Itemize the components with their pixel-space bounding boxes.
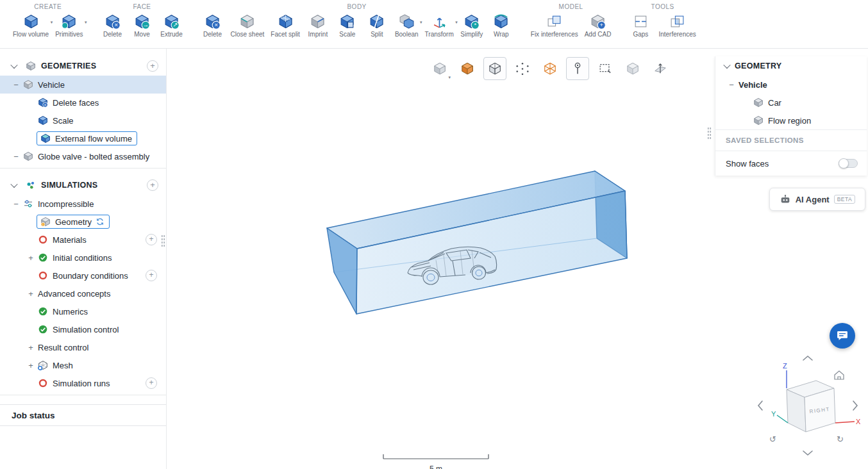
toolbar-facet-split-button[interactable]: Facet split — [267, 12, 303, 38]
toolbar-simplify-button[interactable]: *Simplify — [457, 12, 487, 38]
toolbar-button-label: Facet split — [271, 31, 300, 38]
simulations-item-simulation-runs[interactable]: Simulation runs+ — [0, 374, 166, 392]
geometries-header[interactable]: GEOMETRIES + — [0, 56, 166, 76]
scene-item-car[interactable]: Car — [715, 94, 867, 111]
toolbar-delete-button[interactable]: ×Delete — [197, 12, 227, 38]
svg-text:×: × — [114, 22, 117, 28]
simulations-item-initial-conditions[interactable]: +Initial conditions — [0, 249, 166, 267]
view-vertices-button[interactable] — [511, 57, 534, 80]
simulations-item-simulation-control[interactable]: Simulation control — [0, 320, 166, 338]
collapse-toggle[interactable]: − — [729, 81, 734, 89]
simulations-item-mesh[interactable]: +Mesh — [0, 356, 166, 374]
status-open-icon — [38, 234, 48, 245]
show-faces-toggle[interactable] — [839, 159, 858, 168]
add-materials-button[interactable]: + — [146, 234, 157, 245]
geometries-item-scale[interactable]: Scale — [0, 111, 166, 129]
chevron-down-icon[interactable] — [10, 181, 17, 188]
collapse-toggle[interactable]: − — [13, 152, 19, 161]
simulation-icon — [26, 180, 36, 190]
toolbar-button-label: Close sheet — [230, 31, 264, 38]
simulations-item-materials[interactable]: Materials+ — [0, 231, 166, 249]
toolbar-button-label: Simplify — [460, 31, 483, 38]
wrap-icon — [493, 13, 509, 29]
simulations-tree: −Incompressible!GeometryMaterials++Initi… — [0, 195, 166, 392]
view-shaded-button[interactable] — [456, 57, 479, 80]
add-boundary-conditions-button[interactable]: + — [146, 270, 157, 281]
toolbar-button-label: Interferences — [658, 31, 696, 38]
status-done-icon — [38, 324, 48, 334]
right-panel-resize-handle[interactable] — [707, 127, 712, 140]
sync-icon[interactable] — [96, 217, 104, 226]
toolbar-scale-button[interactable]: Scale — [333, 12, 362, 38]
scale-op-icon — [38, 115, 48, 126]
scene-item-flow-region[interactable]: Flow region — [715, 111, 867, 129]
toolbar-group-body: BODY×DeleteClose sheetFacet splitImprint… — [192, 2, 521, 38]
tree-item-label: Car — [768, 98, 781, 108]
tree-item-label: Flow region — [768, 116, 811, 126]
scene-item-vehicle[interactable]: −Vehicle — [715, 76, 867, 94]
geometries-item-globe-valve-bolted-assembly[interactable]: −Globe valve - bolted assembly — [0, 147, 166, 165]
chevron-down-icon[interactable] — [723, 62, 730, 69]
toolbar-add-cad-button[interactable]: +Add CAD — [581, 12, 615, 38]
toolbar-split-button[interactable]: Split — [362, 12, 392, 38]
toolbar-fix-interferences-button[interactable]: Fix interferences — [528, 12, 581, 38]
simulations-header[interactable]: SIMULATIONS + — [0, 176, 166, 195]
orientation-widget[interactable]: ↺ ↻ RIGHT Z Y X — [753, 351, 862, 460]
toolbar-button-label: Flow volume — [13, 31, 49, 38]
ai-agent-button[interactable]: AI Agent BETA — [769, 188, 865, 211]
collapse-toggle[interactable]: − — [13, 200, 19, 208]
chevron-down-icon[interactable] — [10, 62, 17, 69]
toolbar-extrude-button[interactable]: ↗Extrude — [156, 12, 186, 38]
add-simulation-button[interactable]: + — [147, 179, 158, 191]
toolbar-button-label: Wrap — [494, 31, 509, 38]
toolbar-wrap-button[interactable]: Wrap — [487, 12, 516, 38]
add-geometry-button[interactable]: + — [147, 60, 158, 72]
expand-toggle[interactable]: + — [28, 361, 33, 370]
toolbar-gaps-button[interactable]: Gaps — [626, 12, 655, 38]
toolbar-transform-button[interactable]: ▾Transform — [422, 12, 457, 38]
simulations-item-boundary-conditions[interactable]: Boundary conditions+ — [0, 267, 166, 284]
view-box-select-button[interactable] — [594, 57, 617, 80]
view-section-plane-button[interactable] — [649, 57, 672, 80]
toolbar-close-sheet-button[interactable]: Close sheet — [227, 12, 267, 38]
add-simulation-runs-button[interactable]: + — [146, 377, 157, 389]
job-status[interactable]: Job status — [0, 404, 166, 426]
geometries-item-external-flow-volume[interactable]: External flow volume — [0, 129, 166, 147]
collapse-toggle[interactable]: − — [13, 81, 19, 89]
toolbar-delete-button[interactable]: ×Delete — [97, 12, 127, 38]
view-view-cube-button[interactable]: ▾ — [428, 57, 451, 80]
view-shaded-edges-button[interactable] — [483, 57, 506, 80]
expand-toggle[interactable]: + — [28, 343, 33, 352]
view-probe-button[interactable] — [566, 57, 589, 80]
show-faces-label: Show faces — [726, 159, 769, 169]
simulations-item-geometry[interactable]: !Geometry — [0, 213, 166, 231]
toolbar-primitives-button[interactable]: ▾Primitives — [52, 12, 86, 38]
toolbar-flow-volume-button[interactable]: ▾Flow volume — [10, 12, 52, 38]
chevron-down-icon[interactable]: ▾ — [448, 75, 451, 80]
left-panel-resize-handle[interactable] — [161, 234, 165, 247]
z-axis-label: Z — [783, 362, 787, 370]
chevron-down-icon[interactable]: ▾ — [85, 20, 87, 25]
simulations-item-result-control[interactable]: +Result control — [0, 338, 166, 356]
geometries-item-delete-faces[interactable]: ×Delete faces — [0, 94, 166, 111]
toolbar-move-button[interactable]: →Move — [127, 12, 156, 38]
expand-toggle[interactable]: + — [28, 290, 33, 298]
toolbar-imprint-button[interactable]: Imprint — [303, 12, 333, 38]
simulations-item-incompressible[interactable]: −Incompressible — [0, 195, 166, 213]
simscale-app: CREATE▾Flow volume▾PrimitivesFACE×Delete… — [0, 0, 868, 469]
view-transparent-button[interactable] — [621, 57, 644, 80]
chat-support-button[interactable] — [830, 323, 855, 349]
view-wireframe-button[interactable] — [538, 57, 562, 80]
geometries-item-vehicle[interactable]: −Vehicle — [0, 76, 166, 94]
simulations-item-numerics[interactable]: Numerics — [0, 302, 166, 320]
scale-icon — [339, 13, 355, 29]
facet-split-icon — [278, 13, 294, 29]
simulations-item-advanced-concepts[interactable]: +Advanced concepts — [0, 284, 166, 302]
top-toolbar: CREATE▾Flow volume▾PrimitivesFACE×Delete… — [0, 0, 868, 49]
svg-text:→: → — [143, 22, 149, 28]
toolbar-interferences-button[interactable]: Interferences — [655, 12, 699, 38]
expand-toggle[interactable]: + — [28, 254, 33, 262]
geometry-panel-header[interactable]: GEOMETRY — [715, 56, 867, 76]
tree-item-label: Vehicle — [38, 80, 65, 90]
toolbar-boolean-button[interactable]: ▾Boolean — [392, 12, 422, 38]
